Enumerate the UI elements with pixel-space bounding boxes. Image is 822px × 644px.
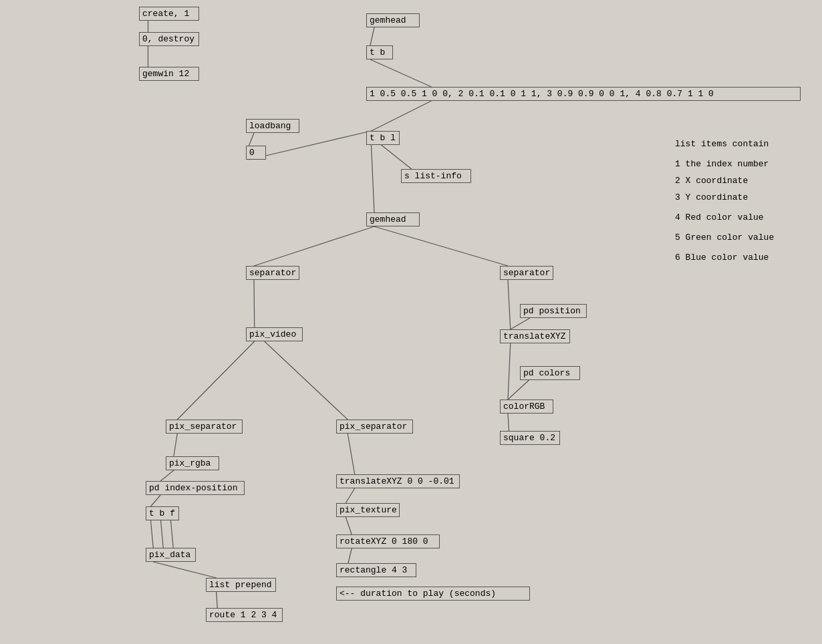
pd-box-pixsep2[interactable]: pix_separator [336,420,413,434]
svg-line-21 [217,592,218,608]
pd-comment-c3: 2 X coordinate [675,176,748,186]
svg-line-4 [372,101,432,131]
svg-line-24 [508,343,511,399]
svg-line-19 [171,520,174,548]
svg-line-15 [160,470,174,481]
pd-box-loadbang[interactable]: loadbang [246,119,299,133]
pd-box-tbl1[interactable]: t b l [366,131,400,145]
svg-line-10 [374,226,508,266]
pd-box-pixtexture[interactable]: pix_texture [336,503,400,517]
svg-line-22 [508,280,511,329]
svg-line-28 [346,488,355,503]
pd-canvas: create, 10, destroygemwin 12gemheadt b1 … [0,0,822,644]
svg-line-9 [254,226,374,266]
svg-line-18 [161,520,164,548]
pd-box-gemhead1[interactable]: gemhead [366,13,420,27]
pd-box-pixvideo[interactable]: pix_video [246,327,303,341]
svg-line-29 [346,517,352,534]
pd-box-square02[interactable]: square 0.2 [500,431,560,445]
pd-comment-c6: 5 Green color value [675,232,774,243]
pd-box-pixrgba[interactable]: pix_rgba [166,456,219,470]
pd-box-colorRGB[interactable]: colorRGB [500,399,553,414]
pd-box-zero[interactable]: 0 [246,146,266,160]
svg-line-14 [174,434,177,456]
pd-box-slistinfo[interactable]: s list-info [401,169,471,183]
pd-box-route1234[interactable]: route 1 2 3 4 [206,608,283,622]
pd-box-translateXYZ2[interactable]: translateXYZ 0 0 -0.01 [336,474,460,488]
pd-box-translateXYZ1[interactable]: translateXYZ [500,329,570,343]
pd-box-pdindexpos[interactable]: pd index-position [146,481,245,495]
pd-box-listdata[interactable]: 1 0.5 0.5 1 0 0, 2 0.1 0.1 0 1 1, 3 0.9 … [366,87,801,101]
pd-box-rectangle43[interactable]: rectangle 4 3 [336,563,416,577]
svg-line-23 [511,318,530,329]
svg-line-26 [508,414,509,431]
pd-box-pixdata[interactable]: pix_data [146,548,196,562]
pd-box-duration[interactable]: <-- duration to play (seconds) [336,587,530,601]
pd-box-separator1[interactable]: separator [246,266,299,280]
pd-box-pdposition[interactable]: pd position [520,304,587,318]
svg-line-17 [151,520,154,548]
pd-box-tbf[interactable]: t b f [146,506,179,520]
pd-box-rotateXYZ[interactable]: rotateXYZ 0 180 0 [336,534,440,548]
pd-box-gemwin12[interactable]: gemwin 12 [139,67,199,81]
svg-line-7 [249,131,372,160]
svg-line-8 [372,145,375,212]
pd-box-listprepend[interactable]: list prepend [206,578,276,592]
pd-box-destroy[interactable]: 0, destroy [139,32,199,46]
svg-line-25 [508,380,529,399]
svg-line-20 [153,562,217,578]
pd-comment-c1: list items contain [675,139,769,149]
svg-line-13 [265,341,348,420]
svg-line-27 [348,434,355,474]
pd-comment-c5: 4 Red color value [675,212,764,222]
pd-box-separator2[interactable]: separator [500,266,553,280]
pd-comment-c7: 6 Blue color value [675,253,769,263]
svg-line-12 [177,341,255,420]
pd-box-create1[interactable]: create, 1 [139,7,199,21]
pd-box-pixsep1[interactable]: pix_separator [166,420,243,434]
pd-comment-c2: 1 the index number [675,159,769,169]
pd-box-gemhead2[interactable]: gemhead [366,212,420,226]
svg-line-3 [370,59,432,87]
pd-box-tb1[interactable]: t b [366,45,393,59]
svg-line-30 [348,548,352,563]
svg-line-11 [254,280,255,327]
pd-box-pdcolors[interactable]: pd colors [520,366,580,380]
svg-line-2 [370,27,374,45]
svg-line-5 [382,145,412,169]
svg-line-16 [151,495,161,506]
svg-line-6 [249,133,255,146]
pd-comment-c4: 3 Y coordinate [675,192,748,202]
